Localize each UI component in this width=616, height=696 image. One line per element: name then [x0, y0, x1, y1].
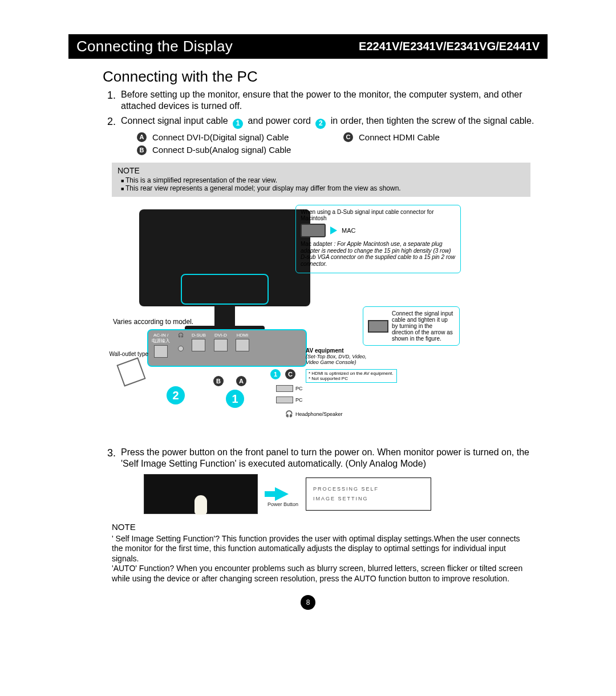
hdmi-note-a: * HDMI is optimized on the AV equipment.	[309, 371, 394, 376]
step-1: Before setting up the monitor, ensure th…	[107, 89, 536, 112]
note2-title: NOTE	[112, 522, 530, 533]
ac-connector-icon	[154, 345, 168, 358]
step-3-text: Press the power button on the front pane…	[121, 447, 529, 468]
mac-adapter-box: When using a D-Sub signal input cable co…	[295, 205, 461, 273]
mac-connector-icon	[301, 224, 326, 237]
step-2-text-a: Connect signal input cable	[121, 116, 228, 126]
mac-head-text: When using a D-Sub signal input cable co…	[301, 209, 456, 221]
pc-label-1: PC	[295, 386, 303, 391]
diagram-marker-c2-icon: C	[285, 369, 295, 379]
cable-sub-list: A Connect DVI-D(Digital signal) Cable C …	[135, 132, 536, 156]
front-panel-icon: Power Button	[144, 474, 258, 514]
port-acin: AC-IN / 电源输入	[152, 333, 170, 358]
port-panel: AC-IN / 电源输入 🎧 D-SUB DVI-D HDMI	[147, 329, 307, 367]
marker-a-icon: A	[137, 132, 147, 142]
step-2-text-b: and power cord	[248, 116, 311, 126]
page-header: Connecting the Display E2241V/E2341V/E23…	[68, 34, 548, 59]
power-button-label: Power Button	[268, 501, 298, 508]
port-dvid-label: DVI-D	[214, 333, 228, 338]
port-dvid: DVI-D	[214, 333, 228, 351]
pc-label-2: PC	[295, 397, 303, 403]
headphone-row: 🎧 Headphone/Speaker	[285, 410, 343, 418]
audio-icon: 🎧	[178, 333, 184, 338]
port-dsub: D-SUB	[192, 333, 206, 351]
port-audio: 🎧	[178, 333, 184, 351]
step-1-text: Before setting up the monitor, ensure th…	[121, 90, 522, 111]
osd-line-1: PROCESSING SELF	[313, 486, 424, 492]
arrow-right-icon	[330, 226, 337, 234]
sub-a: A Connect DVI-D(Digital signal) Cable	[135, 132, 330, 143]
model-list: E2241V/E2341V/E2341VG/E2441V	[359, 40, 540, 53]
marker-2-icon: 2	[315, 119, 326, 129]
note1-title: NOTE	[117, 166, 525, 175]
arrow-right-large-icon	[275, 487, 289, 501]
step-2-text-c: in order, then tighten the screw of the …	[331, 116, 534, 126]
av-eq-sub: (Set-Top Box, DVD, Video, Video Game Con…	[306, 354, 374, 365]
diagram-marker-b-icon: B	[213, 376, 224, 386]
hdmi-connector-icon	[236, 339, 249, 351]
audio-connector-icon	[178, 346, 184, 351]
step-2: Connect signal input cable 1 and power c…	[107, 115, 536, 156]
sub-a-text: Connect DVI-D(Digital signal) Cable	[152, 132, 289, 143]
sub-b-text: Connect D-sub(Analog signal) Cable	[152, 145, 291, 156]
page-number: 8	[301, 595, 315, 610]
steps-list: Before setting up the monitor, ensure th…	[107, 89, 536, 156]
note-box-2: NOTE ' Self Image Setting Function'? Thi…	[112, 522, 530, 584]
hdmi-note-box: * HDMI is optimized on the AV equipment.…	[306, 369, 397, 383]
step3-illustration: Power Button PROCESSING SELF IMAGE SETTI…	[144, 474, 536, 514]
pc-conn-row-1: PC	[276, 385, 303, 392]
diagram-marker-2-icon: 2	[167, 386, 185, 404]
sub-b: B Connect D-sub(Analog signal) Cable	[135, 145, 330, 156]
port-hdmi: HDMI	[236, 333, 249, 351]
steps-list-cont: Press the power button on the front pane…	[107, 447, 536, 514]
headphone-label: Headphone/Speaker	[295, 411, 343, 417]
osd-message-box: PROCESSING SELF IMAGE SETTING	[306, 478, 431, 511]
note1-item-2: This rear view represents a general mode…	[125, 184, 525, 192]
header-title: Connecting the Display	[76, 38, 233, 55]
av-eq-title: AV equipment	[306, 347, 374, 354]
note1-item-1: This is a simplified representation of t…	[125, 176, 525, 184]
step-3: Press the power button on the front pane…	[107, 447, 536, 514]
diagram-marker-1r-icon: 1	[270, 369, 281, 379]
note2-p2: 'AUTO' Function? When you encounter prob…	[112, 564, 522, 583]
note-box-1: NOTE This is a simplified representation…	[112, 163, 530, 197]
note2-p1: ' Self Image Setting Function'? This fun…	[112, 534, 520, 563]
pc-connector-icon	[276, 385, 293, 392]
marker-1-icon: 1	[233, 119, 243, 129]
port-hdmi-label: HDMI	[236, 333, 249, 338]
varies-label: Varies according to model.	[113, 318, 193, 326]
diagram-marker-1-icon: 1	[226, 390, 244, 408]
wall-outlet-label: Wall-outlet type	[108, 351, 148, 383]
sub-c-text: Connect HDMI Cable	[359, 132, 440, 143]
pc-conn-row-2: PC	[276, 396, 303, 403]
hdmi-note-b: * Not supported PC	[309, 376, 394, 381]
osd-line-2: IMAGE SETTING	[313, 496, 424, 502]
diagram-marker-a-icon: A	[236, 376, 246, 386]
tighten-connector-icon	[368, 320, 388, 333]
sub-c: C Connect HDMI Cable	[341, 132, 536, 143]
mac-conn-row: MAC	[301, 224, 456, 237]
port-dsub-label: D-SUB	[192, 333, 206, 338]
av-equipment-label: AV equipment (Set-Top Box, DVD, Video, V…	[306, 347, 374, 365]
port-acin-label-b: 电源输入	[152, 338, 170, 344]
mac-desc: Mac adapter : For Apple Macintosh use, a…	[301, 241, 456, 267]
dsub-connector-icon	[192, 339, 205, 351]
wall-outlet-icon	[116, 357, 145, 386]
pc-connector-icon-2	[276, 396, 293, 403]
connection-diagram: Varies according to model. AC-IN / 电源输入 …	[114, 204, 536, 443]
marker-c-icon: C	[343, 132, 353, 142]
tighten-text: Connect the signal input cable and tight…	[392, 310, 455, 342]
mac-lead: Mac adapter	[301, 241, 333, 247]
dvid-connector-icon	[214, 339, 228, 351]
section-title: Connecting with the PC	[103, 68, 548, 86]
mac-label: MAC	[342, 227, 355, 234]
port-acin-label-a: AC-IN /	[152, 333, 170, 338]
marker-b-icon: B	[137, 145, 147, 155]
tighten-box: Connect the signal input cable and tight…	[363, 306, 460, 346]
wall-outlet-text: Wall-outlet type	[109, 351, 148, 357]
